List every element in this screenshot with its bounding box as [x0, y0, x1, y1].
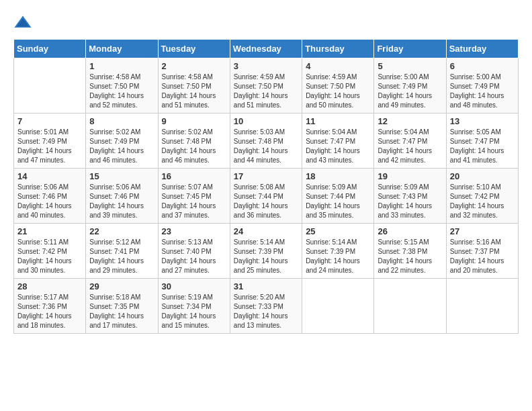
cell-sun-info: Sunrise: 5:00 AMSunset: 7:49 PMDaylight:… — [450, 73, 515, 110]
cell-sun-info: Sunrise: 5:08 AMSunset: 7:44 PMDaylight:… — [234, 183, 298, 220]
calendar-table: SundayMondayTuesdayWednesdayThursdayFrid… — [13, 39, 519, 334]
cell-date-number: 13 — [450, 116, 515, 126]
calendar-cell: 9Sunrise: 5:02 AMSunset: 7:48 PMDaylight… — [158, 113, 230, 169]
weekday-header-wednesday: Wednesday — [230, 40, 302, 58]
cell-sun-info: Sunrise: 5:04 AMSunset: 7:47 PMDaylight:… — [378, 128, 442, 165]
calendar-cell: 5Sunrise: 5:00 AMSunset: 7:49 PMDaylight… — [374, 58, 446, 113]
calendar-cell — [446, 279, 518, 334]
cell-date-number: 5 — [378, 61, 442, 71]
calendar-cell: 17Sunrise: 5:08 AMSunset: 7:44 PMDayligh… — [230, 169, 302, 224]
cell-sun-info: Sunrise: 5:03 AMSunset: 7:48 PMDaylight:… — [234, 128, 298, 165]
cell-date-number: 22 — [89, 226, 154, 236]
weekday-header-tuesday: Tuesday — [158, 40, 230, 58]
weekday-header-row: SundayMondayTuesdayWednesdayThursdayFrid… — [14, 40, 519, 58]
cell-sun-info: Sunrise: 5:13 AMSunset: 7:40 PMDaylight:… — [162, 238, 226, 275]
calendar-week-row: 1Sunrise: 4:58 AMSunset: 7:50 PMDaylight… — [14, 58, 519, 113]
cell-date-number: 3 — [234, 61, 298, 71]
cell-date-number: 20 — [450, 171, 515, 181]
cell-date-number: 2 — [162, 61, 226, 71]
cell-sun-info: Sunrise: 5:11 AMSunset: 7:42 PMDaylight:… — [17, 238, 82, 275]
cell-date-number: 19 — [378, 171, 442, 181]
cell-sun-info: Sunrise: 4:59 AMSunset: 7:50 PMDaylight:… — [234, 73, 298, 110]
cell-sun-info: Sunrise: 5:06 AMSunset: 7:46 PMDaylight:… — [89, 183, 154, 220]
calendar-cell: 31Sunrise: 5:20 AMSunset: 7:33 PMDayligh… — [230, 279, 302, 334]
calendar-cell: 11Sunrise: 5:04 AMSunset: 7:47 PMDayligh… — [302, 113, 374, 169]
calendar-cell: 13Sunrise: 5:05 AMSunset: 7:47 PMDayligh… — [446, 113, 518, 169]
cell-date-number: 4 — [306, 61, 370, 71]
cell-sun-info: Sunrise: 5:16 AMSunset: 7:37 PMDaylight:… — [450, 238, 515, 275]
calendar-cell: 3Sunrise: 4:59 AMSunset: 7:50 PMDaylight… — [230, 58, 302, 113]
cell-date-number: 23 — [162, 226, 226, 236]
cell-sun-info: Sunrise: 5:18 AMSunset: 7:35 PMDaylight:… — [89, 293, 154, 330]
calendar-cell: 15Sunrise: 5:06 AMSunset: 7:46 PMDayligh… — [86, 169, 158, 224]
calendar-cell: 8Sunrise: 5:02 AMSunset: 7:49 PMDaylight… — [86, 113, 158, 169]
cell-date-number: 10 — [234, 116, 298, 126]
calendar-week-row: 28Sunrise: 5:17 AMSunset: 7:36 PMDayligh… — [14, 279, 519, 334]
weekday-header-monday: Monday — [86, 40, 158, 58]
cell-date-number: 16 — [162, 171, 226, 181]
calendar-cell — [374, 279, 446, 334]
calendar-cell: 16Sunrise: 5:07 AMSunset: 7:45 PMDayligh… — [158, 169, 230, 224]
calendar-cell: 21Sunrise: 5:11 AMSunset: 7:42 PMDayligh… — [14, 224, 86, 279]
cell-date-number: 26 — [378, 226, 442, 236]
cell-date-number: 21 — [17, 226, 82, 236]
cell-sun-info: Sunrise: 4:58 AMSunset: 7:50 PMDaylight:… — [89, 73, 154, 110]
calendar-cell: 18Sunrise: 5:09 AMSunset: 7:44 PMDayligh… — [302, 169, 374, 224]
cell-sun-info: Sunrise: 5:09 AMSunset: 7:44 PMDaylight:… — [306, 183, 370, 220]
cell-date-number: 25 — [306, 226, 370, 236]
cell-sun-info: Sunrise: 5:04 AMSunset: 7:47 PMDaylight:… — [306, 128, 370, 165]
weekday-header-sunday: Sunday — [14, 40, 86, 58]
calendar-week-row: 14Sunrise: 5:06 AMSunset: 7:46 PMDayligh… — [14, 169, 519, 224]
cell-sun-info: Sunrise: 5:14 AMSunset: 7:39 PMDaylight:… — [306, 238, 370, 275]
calendar-cell: 23Sunrise: 5:13 AMSunset: 7:40 PMDayligh… — [158, 224, 230, 279]
calendar-cell: 4Sunrise: 4:59 AMSunset: 7:50 PMDaylight… — [302, 58, 374, 113]
weekday-header-friday: Friday — [374, 40, 446, 58]
weekday-header-thursday: Thursday — [302, 40, 374, 58]
cell-sun-info: Sunrise: 5:12 AMSunset: 7:41 PMDaylight:… — [89, 238, 154, 275]
cell-date-number: 17 — [234, 171, 298, 181]
cell-sun-info: Sunrise: 5:17 AMSunset: 7:36 PMDaylight:… — [17, 293, 82, 330]
calendar-cell: 27Sunrise: 5:16 AMSunset: 7:37 PMDayligh… — [446, 224, 518, 279]
cell-date-number: 11 — [306, 116, 370, 126]
cell-date-number: 27 — [450, 226, 515, 236]
cell-sun-info: Sunrise: 5:01 AMSunset: 7:49 PMDaylight:… — [17, 128, 82, 165]
cell-date-number: 28 — [17, 281, 82, 291]
cell-date-number: 31 — [234, 281, 298, 291]
cell-sun-info: Sunrise: 5:00 AMSunset: 7:49 PMDaylight:… — [378, 73, 442, 110]
cell-date-number: 18 — [306, 171, 370, 181]
calendar-cell: 6Sunrise: 5:00 AMSunset: 7:49 PMDaylight… — [446, 58, 518, 113]
cell-sun-info: Sunrise: 5:09 AMSunset: 7:43 PMDaylight:… — [378, 183, 442, 220]
cell-date-number: 1 — [89, 61, 154, 71]
page-header — [13, 13, 519, 32]
cell-date-number: 24 — [234, 226, 298, 236]
cell-date-number: 15 — [89, 171, 154, 181]
cell-sun-info: Sunrise: 5:14 AMSunset: 7:39 PMDaylight:… — [234, 238, 298, 275]
cell-sun-info: Sunrise: 5:15 AMSunset: 7:38 PMDaylight:… — [378, 238, 442, 275]
cell-sun-info: Sunrise: 5:10 AMSunset: 7:42 PMDaylight:… — [450, 183, 515, 220]
calendar-cell: 10Sunrise: 5:03 AMSunset: 7:48 PMDayligh… — [230, 113, 302, 169]
cell-date-number: 14 — [17, 171, 82, 181]
calendar-cell: 25Sunrise: 5:14 AMSunset: 7:39 PMDayligh… — [302, 224, 374, 279]
cell-date-number: 8 — [89, 116, 154, 126]
cell-sun-info: Sunrise: 5:07 AMSunset: 7:45 PMDaylight:… — [162, 183, 226, 220]
calendar-cell: 2Sunrise: 4:58 AMSunset: 7:50 PMDaylight… — [158, 58, 230, 113]
calendar-cell: 29Sunrise: 5:18 AMSunset: 7:35 PMDayligh… — [86, 279, 158, 334]
calendar-cell: 24Sunrise: 5:14 AMSunset: 7:39 PMDayligh… — [230, 224, 302, 279]
cell-date-number: 6 — [450, 61, 515, 71]
calendar-cell — [14, 58, 86, 113]
calendar-cell: 20Sunrise: 5:10 AMSunset: 7:42 PMDayligh… — [446, 169, 518, 224]
weekday-header-saturday: Saturday — [446, 40, 518, 58]
cell-date-number: 30 — [162, 281, 226, 291]
cell-sun-info: Sunrise: 5:02 AMSunset: 7:49 PMDaylight:… — [89, 128, 154, 165]
cell-sun-info: Sunrise: 5:20 AMSunset: 7:33 PMDaylight:… — [234, 293, 298, 330]
logo-icon — [13, 13, 32, 32]
calendar-cell: 28Sunrise: 5:17 AMSunset: 7:36 PMDayligh… — [14, 279, 86, 334]
cell-sun-info: Sunrise: 4:58 AMSunset: 7:50 PMDaylight:… — [162, 73, 226, 110]
cell-date-number: 12 — [378, 116, 442, 126]
cell-sun-info: Sunrise: 4:59 AMSunset: 7:50 PMDaylight:… — [306, 73, 370, 110]
logo — [13, 13, 34, 32]
cell-date-number: 7 — [17, 116, 82, 126]
calendar-cell: 14Sunrise: 5:06 AMSunset: 7:46 PMDayligh… — [14, 169, 86, 224]
calendar-week-row: 7Sunrise: 5:01 AMSunset: 7:49 PMDaylight… — [14, 113, 519, 169]
cell-sun-info: Sunrise: 5:06 AMSunset: 7:46 PMDaylight:… — [17, 183, 82, 220]
